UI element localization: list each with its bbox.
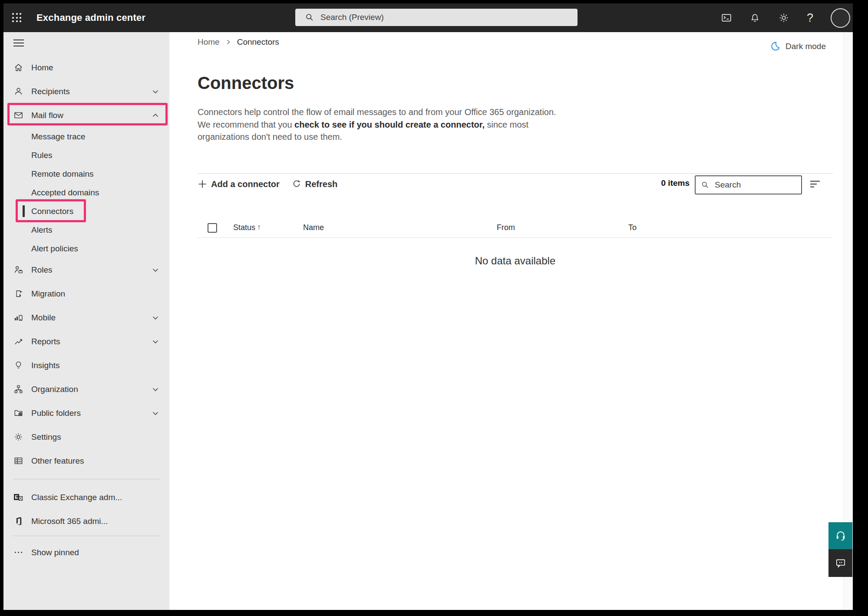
sidebar-item-label: Other features <box>31 456 84 466</box>
sidebar-divider <box>13 479 161 479</box>
sidebar-item-label: Microsoft 365 admi... <box>31 517 108 526</box>
public-folder-icon <box>13 408 23 418</box>
app-window: Exchange admin center ? <box>3 3 853 610</box>
add-connector-button[interactable]: Add a connector <box>198 179 280 189</box>
column-header-status[interactable]: Status <box>233 223 255 232</box>
refresh-icon <box>292 179 301 189</box>
sidebar-item-show-pinned[interactable]: Show pinned <box>3 540 169 564</box>
headset-icon <box>835 530 847 542</box>
moon-icon <box>770 41 781 52</box>
column-header-to[interactable]: To <box>628 223 637 232</box>
feedback-bubble-icon <box>835 557 846 569</box>
notifications-bell-icon[interactable] <box>749 12 761 23</box>
table-header-row: Status ↑ Name From To <box>169 219 843 237</box>
sidebar-divider <box>13 536 161 536</box>
sidebar-item-other-features[interactable]: Other features <box>3 449 169 473</box>
sidebar-item-label: Classic Exchange adm... <box>31 493 122 502</box>
refresh-button[interactable]: Refresh <box>292 179 337 189</box>
sidebar-item-alerts[interactable]: Alerts <box>3 221 169 239</box>
column-header-from[interactable]: From <box>497 223 515 232</box>
list-search-box[interactable] <box>695 175 802 194</box>
description-emphasis: check to see if you should create a conn… <box>294 120 485 129</box>
sort-ascending-icon[interactable]: ↑ <box>257 223 261 232</box>
items-count: 0 items <box>661 178 690 188</box>
global-search-box[interactable] <box>295 9 578 26</box>
sidebar-item-label: Accepted domains <box>31 188 99 198</box>
sidebar-item-accepted-domains[interactable]: Accepted domains <box>3 183 169 202</box>
sidebar-item-label: Organization <box>31 385 78 394</box>
dark-mode-label: Dark mode <box>785 42 826 51</box>
sidebar-item-recipients[interactable]: Recipients <box>3 79 169 103</box>
sidebar-item-public-folders[interactable]: Public folders <box>3 401 169 425</box>
selected-item-indicator <box>23 205 25 217</box>
sidebar-item-home[interactable]: Home <box>3 56 169 79</box>
migration-icon <box>13 289 23 299</box>
search-icon <box>701 181 710 189</box>
sidebar-item-label: Message trace <box>31 132 86 142</box>
chevron-down-icon <box>152 88 159 95</box>
section-divider <box>198 173 833 174</box>
microsoft-365-logo-icon <box>13 516 23 527</box>
sidebar-item-label: Remote domains <box>31 169 94 179</box>
sidebar-item-insights[interactable]: Insights <box>3 353 169 377</box>
chevron-up-icon <box>152 112 159 119</box>
org-chart-icon <box>13 384 23 395</box>
reports-icon <box>13 336 23 347</box>
sidebar-item-reports[interactable]: Reports <box>3 329 169 353</box>
gear-icon <box>13 432 23 442</box>
ellipsis-icon <box>13 547 23 558</box>
dark-mode-toggle[interactable]: Dark mode <box>770 41 826 52</box>
sidebar-item-label: Alerts <box>31 225 53 235</box>
mail-icon <box>13 110 23 121</box>
filter-sort-icon[interactable] <box>809 178 822 190</box>
hamburger-menu-icon[interactable] <box>3 36 169 49</box>
select-all-checkbox[interactable] <box>208 223 217 233</box>
classic-exchange-logo-icon: E <box>13 492 23 503</box>
support-button[interactable] <box>828 522 852 549</box>
sidebar-item-label: Connectors <box>31 207 73 216</box>
mobile-icon <box>13 313 23 323</box>
chevron-down-icon <box>152 338 159 345</box>
sidebar-item-message-trace[interactable]: Message trace <box>3 127 169 146</box>
sidebar-item-label: Reports <box>31 337 60 346</box>
sidebar-item-settings[interactable]: Settings <box>3 425 169 449</box>
sidebar-item-mail-flow[interactable]: Mail flow <box>3 103 169 127</box>
home-icon <box>13 63 23 73</box>
global-search-input[interactable] <box>320 13 578 22</box>
sidebar-item-microsoft-365-admin[interactable]: Microsoft 365 admi... <box>3 509 169 533</box>
account-avatar[interactable] <box>831 8 850 28</box>
sidebar-item-label: Recipients <box>31 87 70 96</box>
main-content: Home Connectors Dark mode Connectors Con… <box>169 32 843 610</box>
sidebar-item-alert-policies[interactable]: Alert policies <box>3 239 169 258</box>
breadcrumb-current: Connectors <box>237 37 279 47</box>
sidebar-item-classic-exchange[interactable]: E Classic Exchange adm... <box>3 485 169 509</box>
column-header-name[interactable]: Name <box>303 223 324 232</box>
left-nav: Home Recipients Mail flow Message trace <box>3 32 169 610</box>
breadcrumb-home-link[interactable]: Home <box>198 37 220 47</box>
command-shell-icon[interactable] <box>721 12 732 23</box>
feedback-button[interactable] <box>828 549 852 577</box>
settings-gear-icon[interactable] <box>778 12 789 23</box>
page-title: Connectors <box>198 73 294 93</box>
command-bar: Add a connector Refresh 0 items <box>169 174 843 194</box>
chevron-down-icon <box>152 386 159 393</box>
breadcrumb-chevron-icon <box>226 39 231 45</box>
app-launcher-icon[interactable] <box>12 13 22 23</box>
sidebar-item-roles[interactable]: Roles <box>3 258 169 282</box>
plus-icon <box>198 179 207 189</box>
sidebar-item-migration[interactable]: Migration <box>3 282 169 306</box>
sidebar-item-label: Roles <box>31 265 53 275</box>
svg-text:E: E <box>15 494 18 500</box>
sidebar-item-label: Mail flow <box>31 111 63 120</box>
help-icon[interactable]: ? <box>807 11 813 25</box>
roles-icon <box>13 265 23 275</box>
sidebar-item-mobile[interactable]: Mobile <box>3 306 169 329</box>
sidebar-item-connectors[interactable]: Connectors <box>3 202 169 221</box>
sidebar-item-label: Migration <box>31 289 65 299</box>
sidebar-item-organization[interactable]: Organization <box>3 377 169 401</box>
list-search-input[interactable] <box>715 180 801 190</box>
sidebar-item-rules[interactable]: Rules <box>3 146 169 165</box>
sidebar-item-label: Mobile <box>31 313 56 323</box>
sidebar-item-remote-domains[interactable]: Remote domains <box>3 165 169 183</box>
table-header-divider <box>198 237 833 238</box>
